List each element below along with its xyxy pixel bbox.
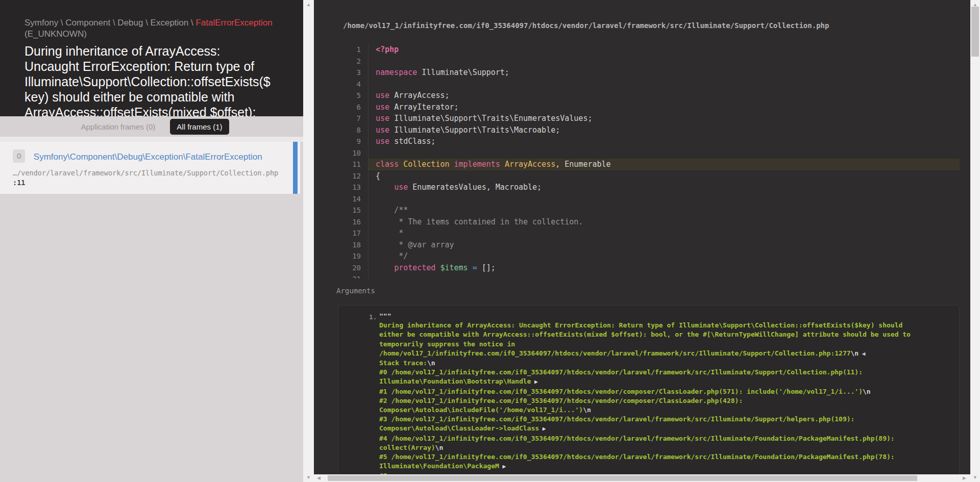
code-line: 6use ArrayIterator; [338, 102, 960, 113]
line-number: 21 [338, 273, 369, 278]
frame-path-text: …/vendor/laravel/framework/src/Illuminat… [13, 169, 278, 177]
code-line-content: use ArrayIterator; [369, 102, 960, 113]
breadcrumb-namespace: Symfony \ Component \ Debug \ Exception … [24, 18, 195, 28]
code-line: 13 use EnumeratesValues, Macroable; [338, 182, 960, 193]
code-line-content [369, 79, 960, 90]
tab-all-frames[interactable]: All frames (1) [170, 119, 229, 135]
right-panel-scrollbar[interactable]: ▲ ▼ [970, 0, 980, 482]
line-number: 11 [338, 159, 369, 170]
code-line-content: <?php [369, 44, 960, 56]
trace-line: temporarily suppress the notice in [379, 340, 953, 349]
code-line: 10 [338, 147, 960, 159]
trace-line: Illuminate\Foundation\PackageM ▶ [379, 462, 953, 471]
line-number: 15 [338, 205, 369, 216]
line-number: 14 [338, 193, 369, 205]
stack-trace-text: """During inheritance of ArrayAccess: Un… [379, 312, 953, 481]
line-number: 17 [338, 227, 369, 239]
code-line: 16 * The items contained in the collecti… [338, 216, 960, 228]
trace-line: #4 /home/vol17_1/infinityfree.com/if0_35… [379, 434, 953, 443]
scroll-down-icon[interactable]: ▼ [303, 475, 314, 480]
line-number: 2 [338, 56, 369, 67]
code-viewer[interactable]: 1<?php23namespace Illuminate\Support;45u… [338, 40, 960, 278]
code-line-content: use ArrayAccess; [369, 90, 960, 102]
code-line: 8use Illuminate\Support\Traits\Macroable… [338, 124, 960, 136]
trace-line: Composer\Autoload\includeFile('/home/vol… [379, 405, 953, 415]
code-line-content: /** [369, 205, 960, 216]
tab-application-frames[interactable]: Application frames (0) [74, 119, 162, 135]
frames-list: 0 Symfony\Component\Debug\Exception\Fata… [0, 137, 303, 482]
code-line: 9use stdClass; [338, 136, 960, 147]
expand-toggle-icon[interactable]: ▶ [499, 463, 506, 470]
line-number: 18 [338, 239, 369, 251]
active-frame-indicator [293, 142, 298, 194]
line-number: 10 [338, 147, 369, 159]
frame-item[interactable]: 0 Symfony\Component\Debug\Exception\Fata… [0, 142, 300, 194]
line-number: 9 [338, 136, 369, 147]
code-line: 15 /** [338, 205, 960, 216]
left-panel-scrollbar[interactable]: ▲ ▼ [303, 0, 314, 482]
scroll-up-icon[interactable]: ▲ [303, 2, 314, 7]
trace-line: Stack trace:\n [379, 359, 953, 368]
argument-index: 1. [369, 313, 377, 321]
code-line: 17 * [338, 227, 960, 239]
exception-error-code: (E_UNKNOWN) [24, 29, 87, 39]
expand-toggle-icon[interactable]: ▶ [539, 425, 546, 432]
line-number: 1 [338, 44, 369, 56]
frame-class-link[interactable]: Symfony\Component\Debug\Exception\FatalE… [34, 152, 262, 162]
expand-toggle-icon[interactable]: ◀ [859, 350, 865, 357]
code-detail-panel: /home/vol17_1/infinityfree.com/if0_35364… [314, 0, 970, 482]
scroll-left-icon[interactable]: ◀ [317, 475, 321, 480]
code-line: 5use ArrayAccess; [338, 90, 960, 102]
line-number: 8 [338, 124, 369, 136]
frames-tab-bar: Application frames (0) All frames (1) [0, 116, 303, 137]
code-line-content [369, 193, 960, 205]
line-number: 20 [338, 262, 369, 274]
exception-message: During inheritance of ArrayAccess: Uncau… [24, 43, 275, 116]
trace-line: #0 /home/vol17_1/infinityfree.com/if0_35… [379, 368, 953, 377]
expand-toggle-icon[interactable]: ▶ [531, 378, 537, 385]
trace-line: /home/vol17_1/infinityfree.com/if0_35364… [379, 349, 953, 359]
line-number: 5 [338, 90, 369, 102]
line-number: 16 [338, 216, 369, 228]
code-line: 1<?php [338, 44, 960, 56]
horizontal-scrollbar-thumb[interactable] [328, 475, 917, 481]
arguments-label: Arguments [336, 287, 375, 295]
line-number: 7 [338, 113, 369, 124]
code-line: 4 [338, 79, 960, 90]
code-line: 14 [338, 193, 960, 205]
exception-class-name: FatalErrorException [195, 18, 272, 28]
code-line: 20 protected $items = []; [338, 262, 960, 274]
code-line-content: use EnumeratesValues, Macroable; [369, 182, 960, 193]
trace-line: collect(Array)\n [379, 443, 953, 452]
code-line-content: use stdClass; [369, 136, 960, 147]
trace-line: Composer\Autoload\ClassLoader->loadClass… [379, 424, 953, 434]
trace-line: #3 /home/vol17_1/infinityfree.com/if0_35… [379, 415, 953, 424]
line-number: 6 [338, 102, 369, 113]
frame-file-path: …/vendor/laravel/framework/src/Illuminat… [13, 168, 288, 188]
code-line-content: namespace Illuminate\Support; [369, 67, 960, 79]
breadcrumb: Symfony \ Component \ Debug \ Exception … [24, 17, 275, 40]
frame-title-row: 0 Symfony\Component\Debug\Exception\Fata… [13, 149, 288, 163]
code-line: 21 [338, 273, 960, 278]
code-line-content: use Illuminate\Support\Traits\Macroable; [369, 124, 960, 136]
code-line-content [369, 147, 960, 159]
horizontal-scrollbar[interactable]: ◀ ▶ [314, 474, 970, 482]
code-line: 7use Illuminate\Support\Traits\Enumerate… [338, 113, 960, 124]
code-line-content [369, 273, 960, 278]
code-line-content: * The items contained in the collection. [369, 216, 960, 228]
trace-line: #1 /home/vol17_1/infinityfree.com/if0_35… [379, 387, 953, 396]
scroll-right-icon[interactable]: ▶ [963, 475, 966, 480]
line-number: 3 [338, 67, 369, 79]
code-line: 12{ [338, 170, 960, 182]
frames-list-divider [0, 137, 303, 142]
code-line-content: * [369, 227, 960, 239]
frame-index-badge: 0 [13, 149, 25, 163]
code-line: 3namespace Illuminate\Support; [338, 67, 960, 79]
trace-line: either be compatible with ArrayAccess::o… [379, 330, 953, 339]
code-line: 11class Collection implements ArrayAcces… [338, 159, 960, 170]
scroll-down-icon[interactable]: ▼ [970, 475, 980, 480]
code-line-content: protected $items = []; [369, 262, 960, 274]
arguments-panel: 1. """During inheritance of ArrayAccess:… [338, 305, 960, 482]
vertical-scrollbar-thumb[interactable] [971, 7, 979, 57]
trace-line: #5 /home/vol17_1/infinityfree.com/if0_35… [379, 452, 953, 462]
